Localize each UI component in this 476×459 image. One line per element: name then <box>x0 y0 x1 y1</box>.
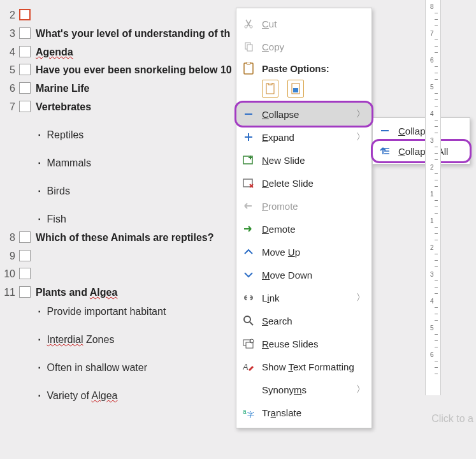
menu-label: Synonyms <box>262 384 307 395</box>
slide-title[interactable]: Vertebrates <box>36 101 91 114</box>
collapse-all-icon <box>378 144 392 158</box>
svg-rect-3 <box>247 45 252 51</box>
svg-text:a: a <box>243 408 247 415</box>
minus-icon <box>378 124 392 138</box>
search-icon <box>242 314 256 328</box>
menu-label: Promote <box>262 201 298 212</box>
slide-number: 6 <box>1 82 15 96</box>
slide-number: 5 <box>1 64 15 77</box>
slide-number: 4 <box>1 46 15 59</box>
slide-title[interactable]: Plants and Algea <box>36 286 117 300</box>
slide-thumb[interactable] <box>19 268 31 279</box>
svg-text:A: A <box>243 362 249 372</box>
menu-cut[interactable]: Cut <box>236 12 371 35</box>
paste-options-row <box>236 78 371 103</box>
submenu-arrow-icon: 〉 <box>356 384 365 395</box>
slide-title[interactable]: Marine Life <box>36 82 89 96</box>
slide-number: 2 <box>1 9 15 22</box>
menu-demote[interactable]: Demote <box>236 217 371 240</box>
slide-title[interactable]: Have you ever been snorkeling below 10 <box>36 64 232 77</box>
ruler-label: 1 <box>430 191 434 198</box>
slide-number: 11 <box>1 286 15 300</box>
text-formatting-icon: A <box>242 360 256 374</box>
menu-label: New Slide <box>262 155 305 166</box>
ruler-label: 8 <box>430 3 434 10</box>
slide-thumb[interactable] <box>19 46 31 57</box>
scissors-icon <box>242 17 256 31</box>
slide-thumb[interactable] <box>19 286 31 298</box>
slide-number: 3 <box>1 27 15 41</box>
plus-icon <box>242 130 256 144</box>
menu-label: Expand <box>262 132 294 143</box>
menu-label: Collapse <box>262 109 299 120</box>
menu-reuse-slides[interactable]: Reuse Slides <box>236 332 371 355</box>
slide-title[interactable]: Which of these Animals are reptiles? <box>36 231 213 245</box>
ruler-label: 2 <box>430 244 434 251</box>
menu-label: Link <box>262 293 280 303</box>
ruler-label: 5 <box>430 324 434 332</box>
delete-slide-icon <box>242 176 256 190</box>
slide-title[interactable]: What's your level of understanding of th <box>36 27 230 41</box>
ruler-label: 3 <box>430 137 434 144</box>
menu-expand[interactable]: Expand 〉 <box>236 126 371 149</box>
svg-rect-9 <box>293 88 298 92</box>
submenu-arrow-icon: 〉 <box>356 131 365 143</box>
menu-move-down[interactable]: Move Down <box>236 263 371 286</box>
menu-move-up[interactable]: Move Up <box>236 240 371 263</box>
menu-label: Delete Slide <box>262 178 314 189</box>
ruler-label: 5 <box>430 84 434 91</box>
slide-number: 7 <box>1 101 15 114</box>
svg-rect-7 <box>268 83 272 85</box>
menu-label: Reuse Slides <box>262 339 318 349</box>
svg-point-1 <box>250 26 252 28</box>
menu-search[interactable]: Search <box>236 309 371 332</box>
ruler-label: 7 <box>430 30 434 37</box>
collapse-submenu: Collapse Collapse All <box>372 117 470 164</box>
slide-thumb[interactable] <box>19 250 31 261</box>
arrow-right-icon <box>242 222 256 236</box>
slide-thumb[interactable] <box>19 101 31 112</box>
ruler-label: 2 <box>430 164 434 171</box>
menu-translate[interactable]: a字 Translate <box>236 401 371 424</box>
menu-label: Move Down <box>262 270 312 280</box>
svg-rect-4 <box>244 63 253 74</box>
menu-label: Demote <box>262 224 296 235</box>
menu-show-text-formatting[interactable]: A Show Text Formatting <box>236 355 371 378</box>
svg-point-0 <box>245 26 247 28</box>
minus-icon <box>242 107 256 121</box>
menu-label: Translate <box>262 407 301 418</box>
slide-title[interactable]: Agenda <box>36 46 73 59</box>
menu-synonyms[interactable]: Synonyms 〉 <box>236 378 371 401</box>
svg-text:字: 字 <box>247 411 254 418</box>
placeholder-text[interactable]: Click to a <box>431 413 473 425</box>
slide-thumb[interactable] <box>19 64 31 75</box>
menu-label: Paste Options: <box>262 63 329 74</box>
menu-collapse[interactable]: Collapse 〉 <box>236 103 371 126</box>
submenu-arrow-icon: 〉 <box>356 292 365 303</box>
ruler-label: 4 <box>430 298 434 305</box>
vertical-ruler: 87654321123456 <box>425 0 441 395</box>
paste-use-destination-theme[interactable] <box>262 80 278 98</box>
menu-promote[interactable]: Promote <box>236 194 371 217</box>
menu-copy[interactable]: Copy <box>236 35 371 58</box>
menu-label: Show Text Formatting <box>262 361 354 372</box>
new-slide-icon <box>242 153 256 167</box>
blank-icon <box>242 382 256 397</box>
ruler-label: 6 <box>430 57 434 64</box>
slide-thumb[interactable] <box>19 231 31 243</box>
paste-picture[interactable] <box>287 80 304 98</box>
slide-thumb[interactable] <box>19 82 31 94</box>
submenu-collapse[interactable]: Collapse <box>373 120 470 141</box>
slide-thumb[interactable] <box>19 27 31 39</box>
menu-new-slide[interactable]: New Slide <box>236 149 371 171</box>
submenu-collapse-all[interactable]: Collapse All <box>373 141 470 161</box>
ruler-label: 1 <box>430 217 434 224</box>
menu-delete-slide[interactable]: Delete Slide <box>236 171 371 194</box>
slide-thumb[interactable] <box>19 9 31 20</box>
menu-link[interactable]: Link 〉 <box>236 286 371 309</box>
menu-label: Copy <box>262 41 284 52</box>
svg-line-20 <box>250 322 253 325</box>
menu-label: Cut <box>262 18 277 29</box>
ruler-label: 6 <box>430 351 434 358</box>
ruler-label: 4 <box>430 110 434 117</box>
